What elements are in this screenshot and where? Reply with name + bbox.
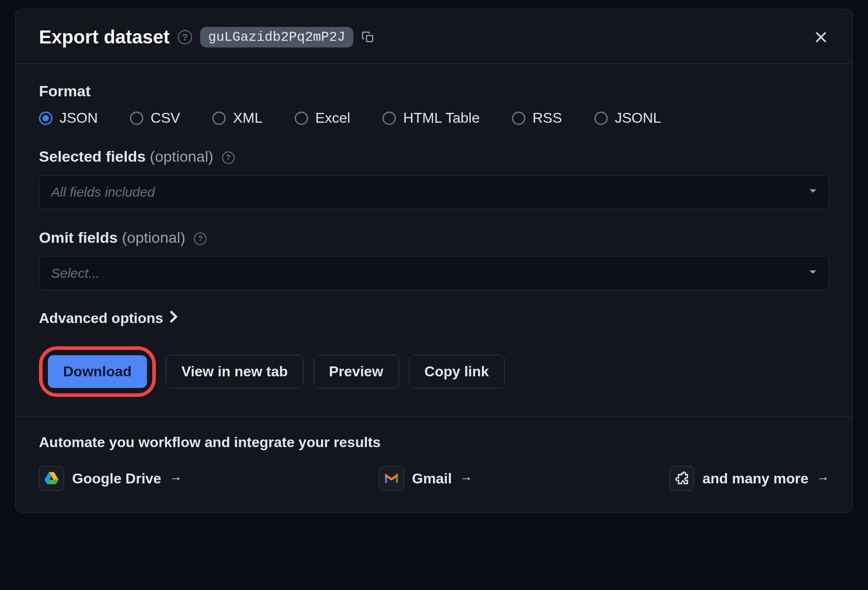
integration-gmail[interactable]: Gmail → — [379, 466, 473, 491]
format-radio-html-table[interactable]: HTML Table — [382, 110, 480, 126]
dataset-id-badge: guLGazidb2Pq2mP2J — [200, 27, 353, 47]
arrow-right-icon: → — [460, 471, 473, 486]
radio-label: RSS — [533, 110, 562, 126]
radio-label: JSONL — [615, 110, 661, 126]
format-radio-jsonl[interactable]: JSONL — [594, 110, 661, 126]
caret-down-icon — [809, 268, 817, 278]
download-highlight: Download — [39, 346, 156, 397]
help-icon[interactable]: ? — [222, 151, 235, 164]
integration-google-drive[interactable]: Google Drive → — [39, 466, 182, 491]
radio-icon — [130, 112, 143, 125]
selected-fields-label-text: Selected fields — [39, 148, 146, 165]
radio-icon — [594, 112, 608, 125]
selected-fields-select[interactable]: All fields included — [39, 175, 829, 209]
format-radio-csv[interactable]: CSV — [130, 110, 180, 126]
selected-fields-label: Selected fields (optional) ? — [39, 148, 829, 165]
optional-text: (optional) — [122, 229, 185, 246]
select-placeholder: Select... — [51, 266, 99, 281]
omit-fields-label-text: Omit fields — [39, 229, 118, 246]
format-radio-xml[interactable]: XML — [212, 110, 262, 126]
integration-more[interactable]: and many more → — [669, 466, 829, 491]
help-icon[interactable]: ? — [178, 30, 192, 44]
modal-footer: Automate you workflow and integrate your… — [16, 417, 852, 512]
radio-label: Excel — [315, 110, 350, 126]
format-radio-rss[interactable]: RSS — [512, 110, 562, 126]
google-drive-icon — [39, 466, 64, 491]
format-radio-group: JSON CSV XML Excel HTML Table RSS — [39, 110, 829, 126]
advanced-options-toggle[interactable]: Advanced options — [39, 310, 829, 327]
gmail-icon — [379, 466, 404, 491]
help-icon[interactable]: ? — [194, 233, 206, 245]
format-radio-excel[interactable]: Excel — [295, 110, 350, 126]
radio-icon — [295, 112, 308, 125]
action-row: Download View in new tab Preview Copy li… — [39, 346, 829, 397]
copy-icon[interactable] — [361, 30, 375, 44]
integration-label: Gmail — [412, 470, 452, 487]
radio-label: XML — [233, 110, 262, 126]
svg-rect-0 — [366, 35, 373, 42]
radio-icon — [382, 112, 396, 125]
format-label: Format — [39, 82, 829, 100]
copy-link-button[interactable]: Copy link — [409, 355, 505, 388]
chevron-right-icon — [169, 310, 177, 327]
integration-label: Google Drive — [72, 470, 161, 487]
omit-fields-select[interactable]: Select... — [39, 256, 829, 290]
arrow-right-icon: → — [816, 471, 829, 486]
download-button[interactable]: Download — [48, 355, 147, 388]
optional-text: (optional) — [150, 148, 214, 165]
preview-button[interactable]: Preview — [314, 355, 399, 388]
radio-label: CSV — [150, 110, 180, 126]
radio-label: HTML Table — [403, 110, 480, 126]
view-in-new-tab-button[interactable]: View in new tab — [166, 355, 304, 388]
radio-icon — [512, 112, 525, 125]
omit-fields-label: Omit fields (optional) ? — [39, 229, 829, 246]
arrow-right-icon: → — [169, 471, 182, 486]
header-left: Export dataset ? guLGazidb2Pq2mP2J — [39, 26, 375, 48]
format-radio-json[interactable]: JSON — [39, 110, 98, 126]
modal-title: Export dataset — [39, 26, 170, 48]
puzzle-icon — [669, 466, 694, 491]
export-dataset-modal: Export dataset ? guLGazidb2Pq2mP2J Forma… — [15, 9, 853, 513]
caret-down-icon — [809, 187, 817, 197]
modal-body: Format JSON CSV XML Excel HTML Table — [16, 64, 852, 397]
footer-title: Automate you workflow and integrate your… — [39, 434, 829, 451]
advanced-options-label: Advanced options — [39, 310, 163, 327]
integration-label: and many more — [702, 470, 808, 487]
radio-icon — [212, 112, 226, 125]
close-button[interactable] — [813, 29, 829, 45]
radio-icon — [39, 112, 52, 125]
modal-header: Export dataset ? guLGazidb2Pq2mP2J — [16, 9, 852, 64]
radio-label: JSON — [60, 110, 98, 126]
select-placeholder: All fields included — [51, 185, 155, 200]
integration-row: Google Drive → Gmail → — [39, 466, 829, 491]
